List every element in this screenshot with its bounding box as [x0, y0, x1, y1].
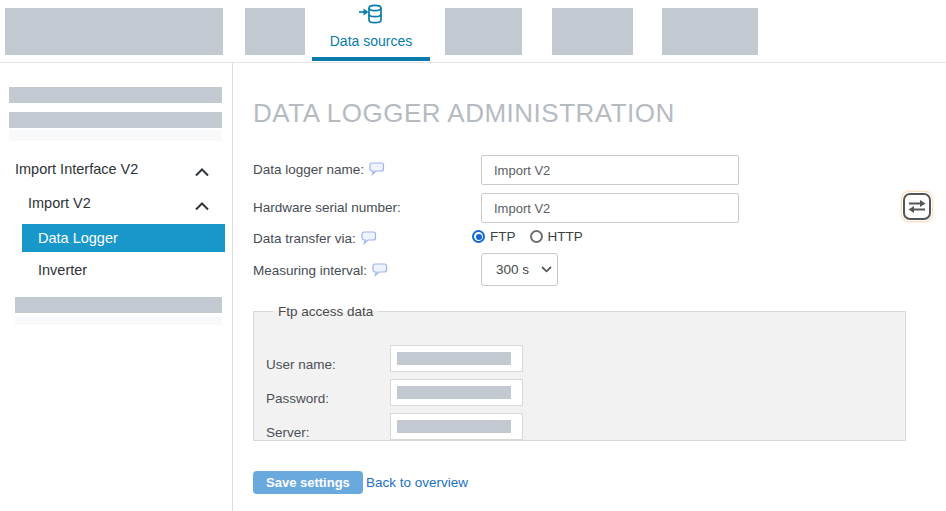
user-name-label: User name: — [266, 357, 336, 372]
measuring-interval-select[interactable]: 300 s — [481, 253, 558, 286]
sidebar-item-inverter[interactable]: Inverter — [38, 262, 87, 278]
ftp-access-fieldset: Ftp access data User name: Password: Ser… — [253, 304, 906, 441]
ftp-access-legend: Ftp access data — [273, 304, 378, 319]
nav-tab-placeholder-2[interactable] — [445, 8, 522, 55]
password-input[interactable] — [390, 379, 523, 406]
nav-tab-placeholder-1[interactable] — [245, 8, 305, 55]
nav-logo-placeholder[interactable] — [5, 8, 223, 55]
hardware-serial-input[interactable] — [481, 193, 739, 223]
tab-data-sources-label: Data sources — [330, 33, 412, 49]
sidebar-item-label: Import Interface V2 — [15, 161, 138, 177]
http-radio-label[interactable]: HTTP — [548, 229, 583, 244]
ftp-radio-label[interactable]: FTP — [490, 229, 516, 244]
sidebar-item-data-logger[interactable]: Data Logger — [22, 224, 225, 252]
server-label: Server: — [266, 425, 310, 440]
redacted-value — [397, 352, 511, 365]
nav-bottom-divider — [0, 62, 946, 63]
data-logger-name-label: Data logger name: — [253, 162, 385, 179]
nav-tab-placeholder-4[interactable] — [662, 8, 758, 55]
save-settings-button[interactable]: Save settings — [253, 471, 363, 494]
server-input[interactable] — [390, 413, 523, 440]
label-text: Measuring interval: — [253, 263, 367, 278]
label-text: Data transfer via: — [253, 231, 356, 246]
redacted-value — [397, 420, 511, 433]
http-radio[interactable] — [530, 230, 543, 243]
data-logger-name-input[interactable] — [481, 155, 739, 185]
chevron-up-icon[interactable] — [194, 163, 210, 181]
sidebar-item-label: Import V2 — [28, 195, 91, 211]
data-transfer-label: Data transfer via: — [253, 231, 377, 248]
select-value: 300 s — [496, 262, 529, 277]
swap-transfer-button[interactable] — [902, 192, 932, 221]
sidebar-placeholder-faint-2 — [15, 316, 222, 325]
tooltip-bubble-icon[interactable] — [361, 233, 377, 248]
redacted-value — [397, 386, 511, 399]
database-import-icon — [358, 2, 384, 30]
ftp-radio-selected[interactable] — [472, 230, 485, 243]
sidebar-placeholder-3[interactable] — [15, 297, 222, 313]
sidebar-item-label: Data Logger — [38, 230, 118, 246]
sidebar-divider — [232, 63, 233, 511]
tooltip-bubble-icon[interactable] — [372, 265, 388, 280]
active-tab-underline — [312, 57, 430, 61]
sidebar-item-label: Inverter — [38, 262, 87, 278]
sidebar-placeholder-2[interactable] — [9, 112, 222, 128]
sidebar-item-import-interface-v2[interactable]: Import Interface V2 — [15, 161, 138, 177]
user-name-input[interactable] — [390, 345, 523, 372]
sidebar-placeholder-faint-1 — [9, 130, 222, 141]
tooltip-bubble-icon[interactable] — [369, 164, 385, 179]
data-logger-admin-page: Data sources Import Interface V2 Import … — [0, 0, 946, 511]
sidebar-item-import-v2[interactable]: Import V2 — [28, 195, 91, 211]
measuring-interval-label: Measuring interval: — [253, 263, 388, 280]
password-label: Password: — [266, 391, 329, 406]
hardware-serial-label: Hardware serial number: — [253, 200, 401, 215]
page-title: DATA LOGGER ADMINISTRATION — [253, 98, 675, 129]
sidebar-placeholder-1[interactable] — [9, 87, 222, 103]
chevron-down-icon — [541, 266, 552, 273]
swap-arrows-icon — [902, 192, 932, 221]
back-to-overview-link[interactable]: Back to overview — [366, 475, 468, 490]
label-text: Data logger name: — [253, 162, 364, 177]
chevron-up-icon[interactable] — [194, 197, 210, 215]
tab-data-sources[interactable]: Data sources — [312, 2, 430, 61]
transfer-radio-group: FTP HTTP — [472, 229, 597, 244]
nav-tab-placeholder-3[interactable] — [552, 8, 633, 55]
